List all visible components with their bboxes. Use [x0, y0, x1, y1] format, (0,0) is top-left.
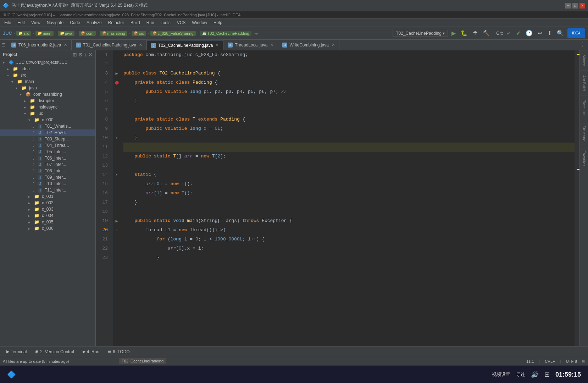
breadcrumb-mashibing[interactable]: 📦mashibing: [100, 31, 127, 36]
tree-item-15[interactable]: JJT06_Inter...: [0, 155, 95, 161]
gutter-3[interactable]: ▶: [113, 69, 121, 78]
video-settings-button[interactable]: 视频设置: [492, 371, 510, 378]
fold-10[interactable]: ▾: [116, 136, 118, 140]
tree-item-14[interactable]: JJT05_Inter...: [0, 149, 95, 155]
tree-item-18[interactable]: JJT09_Inter...: [0, 174, 95, 181]
code-line-17[interactable]: }: [123, 198, 575, 207]
tree-item-7[interactable]: ▸📁insidesync: [0, 104, 95, 110]
tab-3[interactable]: JThreadLocal.java✕: [223, 40, 278, 50]
menu-item-analyze[interactable]: Analyze: [84, 20, 105, 26]
code-line-20[interactable]: Thread t1 = new Thread(()}->{: [123, 226, 575, 235]
breakpoint-4[interactable]: ⬤: [115, 81, 119, 85]
panel-toggle[interactable]: ☰: [0, 40, 7, 50]
tree-item-13[interactable]: JJT04_Threa...: [0, 142, 95, 149]
code-line-11[interactable]: [123, 143, 575, 152]
windows-icon[interactable]: ⊞: [544, 371, 550, 378]
code-line-7[interactable]: [123, 106, 575, 115]
tab-4[interactable]: JWriteCombining.java✕: [278, 40, 339, 50]
menu-item-run[interactable]: Run: [144, 20, 157, 26]
tree-item-12[interactable]: JJT03_Sleep...: [0, 136, 95, 142]
menu-item-window[interactable]: Window: [189, 20, 210, 26]
tab-1[interactable]: JT01_CachelinePadding.java✕: [72, 40, 147, 50]
git-history-button[interactable]: 🕐: [524, 29, 534, 37]
code-line-14[interactable]: static {: [123, 170, 575, 179]
menu-item-tools[interactable]: Tools: [158, 20, 173, 26]
tabs-more-button[interactable]: ⋮: [577, 41, 588, 48]
code-line-2[interactable]: [123, 60, 575, 69]
bottom-tab-1[interactable]: ◉2: Version Control: [32, 348, 77, 356]
menu-item-file[interactable]: File: [1, 20, 14, 26]
gutter-4[interactable]: ⬤: [113, 78, 121, 87]
close-button[interactable]: ✕: [579, 3, 585, 9]
breadcrumb-src[interactable]: 📁src: [16, 31, 31, 36]
tab-close-2[interactable]: ✕: [216, 43, 219, 48]
code-line-19[interactable]: public static void main(String[] args) t…: [123, 216, 575, 226]
git-tick-button[interactable]: ✔: [515, 29, 522, 37]
bottom-tab-0[interactable]: ▶Terminal: [3, 348, 30, 356]
tab-close-3[interactable]: ✕: [270, 43, 273, 47]
code-line-3[interactable]: public class T02_CacheLinePadding {: [123, 69, 575, 78]
code-line-16[interactable]: arr[1] = new T();: [123, 189, 575, 198]
code-line-22[interactable]: arr[0].x = i;: [123, 244, 575, 253]
bottom-tab-2[interactable]: ▶4: Run: [79, 348, 103, 356]
tree-item-16[interactable]: JJT07_Inter...: [0, 161, 95, 168]
tree-item-0[interactable]: ▾🔷JUC C:\work\jjprojects\JUC: [0, 59, 95, 66]
status-position[interactable]: 11:1: [524, 359, 536, 363]
ant-build-tab[interactable]: Ant Build: [581, 74, 587, 92]
code-line-9[interactable]: public volatile long x = 0L;: [123, 124, 575, 133]
tab-close-1[interactable]: ✕: [139, 43, 142, 47]
code-line-18[interactable]: [123, 207, 575, 216]
code-line-13[interactable]: [123, 161, 575, 170]
tree-item-25[interactable]: ▸📁c_005: [0, 219, 95, 225]
tree-item-5[interactable]: ▾📦com.mashibing: [0, 91, 95, 98]
tab-close-4[interactable]: ✕: [332, 43, 335, 47]
menu-item-edit[interactable]: Edit: [15, 20, 28, 26]
fold-14[interactable]: ▾: [116, 173, 118, 177]
tab-close-0[interactable]: ✕: [64, 43, 67, 47]
menu-item-refactor[interactable]: Refactor: [105, 20, 127, 26]
status-encoding[interactable]: UTF-8: [564, 359, 579, 363]
run-indicator-19[interactable]: ▶: [115, 218, 118, 224]
structure-tab[interactable]: Structure: [581, 124, 587, 143]
tree-item-17[interactable]: JJT08_Inter...: [0, 168, 95, 174]
breadcrumb-c028[interactable]: 📦c_028_FalseSharing: [150, 31, 196, 36]
menu-item-help[interactable]: Help: [211, 20, 225, 26]
favorites-tab[interactable]: Favorites: [581, 149, 587, 168]
tree-item-10[interactable]: JJT01_WhatIs...: [0, 123, 95, 129]
status-expand[interactable]: ⊞: [582, 359, 585, 363]
breadcrumb-file[interactable]: ☕T02_CacheLinePadding: [200, 31, 251, 36]
tree-item-26[interactable]: ▸📁c_006: [0, 225, 95, 232]
menu-item-navigate[interactable]: Navigate: [44, 20, 66, 26]
code-line-12[interactable]: public static T[] arr = new T[2];: [123, 152, 575, 161]
git-push-button[interactable]: ⬆: [546, 29, 553, 37]
code-line-8[interactable]: private static class T extends Padding {: [123, 115, 575, 124]
build-button[interactable]: 🔨: [481, 29, 491, 37]
coverage-button[interactable]: ☂: [471, 29, 479, 37]
tree-item-3[interactable]: ▾📁main: [0, 78, 95, 85]
code-line-4[interactable]: private static class Padding {: [123, 78, 575, 87]
tree-item-11[interactable]: JJT02_HowT...: [0, 129, 95, 136]
status-crlf[interactable]: CRLF: [543, 359, 557, 363]
menu-item-view[interactable]: View: [28, 20, 43, 26]
breadcrumb-com[interactable]: 📦com: [79, 31, 96, 36]
tab-2[interactable]: JT02_CacheLinePadding.java✕: [147, 40, 223, 50]
code-line-15[interactable]: arr[0] = new T();: [123, 179, 575, 189]
bottom-tab-3[interactable]: ☰6: TODO: [104, 348, 133, 356]
tree-item-22[interactable]: ▸📁c_002: [0, 200, 95, 206]
sidebar-expand-button[interactable]: ↕: [84, 52, 87, 57]
debug-button[interactable]: 🐛: [459, 29, 469, 37]
code-line-1[interactable]: package com.mashibing.juc.c_028_FalseSha…: [123, 50, 575, 60]
menu-item-build[interactable]: Build: [128, 20, 143, 26]
gutter-19[interactable]: ▶: [113, 216, 121, 226]
menu-item-code[interactable]: Code: [67, 20, 83, 26]
run-button[interactable]: ▶: [450, 29, 457, 37]
breadcrumb-juc[interactable]: 📦juc: [132, 31, 146, 36]
tree-item-23[interactable]: ▸📁c_003: [0, 206, 95, 212]
tree-item-2[interactable]: ▾📁src: [0, 72, 95, 78]
breadcrumb-java[interactable]: 📁java: [58, 31, 74, 36]
tree-item-21[interactable]: ▸📁c_001: [0, 193, 95, 200]
git-revert-button[interactable]: ↩: [536, 29, 544, 37]
sidebar-scope-button[interactable]: ⊞: [73, 52, 77, 57]
maven-tab[interactable]: Maven: [581, 53, 587, 68]
tree-item-4[interactable]: ▾📁java: [0, 85, 95, 91]
